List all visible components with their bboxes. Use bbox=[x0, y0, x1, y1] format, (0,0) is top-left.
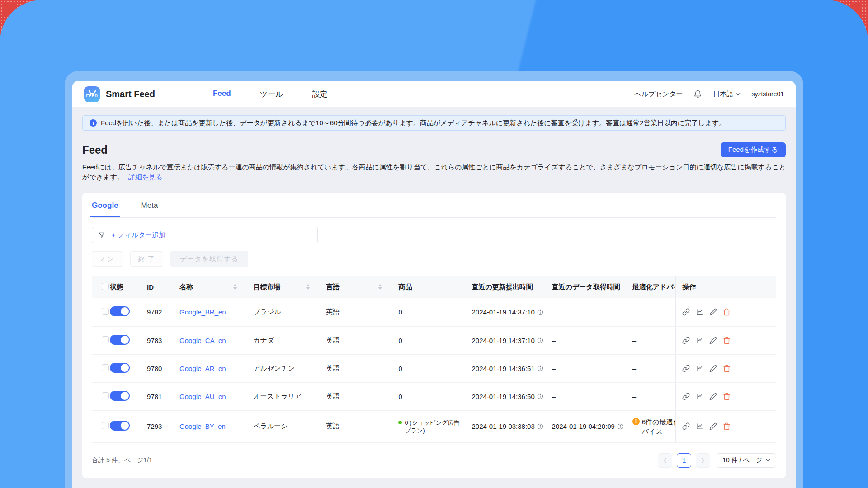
row-actions bbox=[682, 365, 772, 372]
link-action-icon[interactable] bbox=[682, 422, 690, 430]
page-number-button[interactable]: 1 bbox=[677, 453, 691, 468]
page-body: i Feedを開いた後、または商品を更新した後、データが更新されるまで10～60… bbox=[72, 107, 796, 478]
delete-action-icon[interactable] bbox=[723, 393, 731, 400]
header-right: ヘルプセンター 日本語 syztstore01 bbox=[634, 90, 784, 99]
link-action-icon[interactable] bbox=[682, 365, 690, 372]
create-feed-button[interactable]: Feedを作成する bbox=[721, 142, 786, 157]
details-link[interactable]: 詳細を見る bbox=[128, 173, 163, 181]
info-banner: i Feedを開いた後、または商品を更新した後、データが更新されるまで10～60… bbox=[82, 115, 786, 131]
last-fetch-time: 2024-01-19 04:20:09 bbox=[552, 422, 623, 430]
row-checkbox[interactable] bbox=[102, 336, 109, 343]
info-circle-icon[interactable] bbox=[617, 423, 623, 430]
title-row: Feed Feedを作成する bbox=[82, 142, 786, 157]
sort-control[interactable] bbox=[378, 284, 382, 290]
nav-item-1[interactable]: ツール bbox=[260, 89, 283, 99]
feed-id: 9783 bbox=[147, 326, 179, 354]
banner-text: Feedを開いた後、または商品を更新した後、データが更新されるまで10～60分間… bbox=[101, 119, 726, 127]
status-dot-icon bbox=[398, 421, 402, 424]
edit-action-icon[interactable] bbox=[709, 393, 717, 400]
tab-0[interactable]: Google bbox=[92, 200, 118, 217]
info-circle-icon[interactable] bbox=[537, 365, 543, 371]
chevron-down-icon bbox=[736, 93, 741, 96]
edit-action-icon[interactable] bbox=[709, 365, 717, 372]
row-actions bbox=[682, 308, 772, 316]
prev-page-button[interactable] bbox=[658, 453, 672, 468]
chevron-down-icon bbox=[766, 459, 770, 462]
row-checkbox[interactable] bbox=[102, 364, 109, 371]
feed-id: 7293 bbox=[147, 410, 179, 442]
products-cell: 0 (ショッピング広告プラン) bbox=[398, 419, 460, 434]
brand[interactable]: FEED Smart Feed bbox=[84, 86, 155, 102]
filter-bar[interactable]: + フィルター追加 bbox=[92, 227, 318, 243]
info-circle-icon[interactable] bbox=[537, 393, 543, 399]
chart-action-icon[interactable] bbox=[696, 337, 703, 344]
edit-action-icon[interactable] bbox=[709, 422, 717, 430]
feed-name-link[interactable]: Google_BR_en bbox=[179, 308, 226, 316]
row-checkbox[interactable] bbox=[102, 392, 109, 399]
sort-control[interactable] bbox=[233, 284, 237, 290]
table-row: 9783Google_CA_enカナダ英語02024-01-19 14:37:1… bbox=[92, 326, 776, 354]
info-icon: i bbox=[90, 119, 97, 127]
help-center-link[interactable]: ヘルプセンター bbox=[634, 90, 683, 99]
last-fetch-time: – bbox=[552, 337, 556, 344]
notification-bell-icon[interactable] bbox=[693, 90, 702, 99]
row-actions bbox=[682, 393, 772, 400]
chart-action-icon[interactable] bbox=[696, 393, 703, 400]
toggle-knob bbox=[121, 307, 129, 315]
status-toggle[interactable] bbox=[110, 391, 130, 401]
page-description: Feedには、広告チャネルで宣伝または販売する一連の商品の情報が集約されています… bbox=[82, 162, 786, 182]
status-toggle[interactable] bbox=[110, 306, 130, 316]
select-all-checkbox[interactable] bbox=[102, 283, 109, 290]
chart-action-icon[interactable] bbox=[696, 365, 703, 372]
products-cell: 0 bbox=[398, 326, 472, 354]
app-name: Smart Feed bbox=[106, 89, 155, 99]
chart-action-icon[interactable] bbox=[696, 422, 703, 430]
info-circle-icon[interactable] bbox=[537, 309, 543, 315]
feed-name-link[interactable]: Google_CA_en bbox=[179, 337, 226, 344]
advice-text: 6件の最適化アドバイス bbox=[642, 417, 676, 436]
chart-action-icon[interactable] bbox=[696, 308, 703, 316]
next-page-button[interactable] bbox=[696, 453, 710, 468]
add-filter-link[interactable]: + フィルター追加 bbox=[112, 231, 165, 239]
page-title: Feed bbox=[82, 144, 108, 156]
turn-on-button[interactable]: オン bbox=[92, 251, 123, 267]
table-row: 9782Google_BR_enブラジル英語02024-01-19 14:37:… bbox=[92, 298, 776, 326]
info-circle-icon[interactable] bbox=[537, 337, 543, 343]
link-action-icon[interactable] bbox=[682, 337, 690, 344]
table-footer: 合計 5 件、ページ1/1 1 bbox=[92, 443, 776, 478]
edit-action-icon[interactable] bbox=[709, 308, 717, 316]
link-action-icon[interactable] bbox=[682, 393, 690, 400]
delete-action-icon[interactable] bbox=[723, 365, 731, 372]
info-circle-icon[interactable] bbox=[537, 423, 543, 430]
link-action-icon[interactable] bbox=[682, 308, 690, 316]
nav-item-2[interactable]: 設定 bbox=[312, 89, 327, 99]
status-toggle[interactable] bbox=[110, 421, 130, 431]
status-toggle[interactable] bbox=[110, 363, 130, 373]
language-selector[interactable]: 日本語 bbox=[713, 90, 741, 99]
edit-action-icon[interactable] bbox=[709, 337, 717, 344]
page-size-select[interactable]: 10 件 / ページ bbox=[717, 453, 776, 468]
sort-control[interactable] bbox=[306, 284, 310, 290]
end-button[interactable]: 終 了 bbox=[130, 251, 163, 267]
feed-card: GoogleMeta + フィルター追加 オン 終 了 データを取得する bbox=[82, 193, 786, 478]
delete-action-icon[interactable] bbox=[723, 308, 731, 316]
status-toggle[interactable] bbox=[110, 335, 130, 345]
nav-item-0[interactable]: Feed bbox=[213, 89, 231, 99]
feed-name-link[interactable]: Google_BY_en bbox=[179, 422, 226, 430]
feed-id: 9781 bbox=[147, 382, 179, 410]
row-checkbox[interactable] bbox=[102, 308, 109, 315]
row-checkbox[interactable] bbox=[102, 422, 109, 429]
column-header-3: 目標市場 bbox=[253, 276, 326, 298]
chevron-right-icon bbox=[701, 458, 705, 463]
feed-name-link[interactable]: Google_AR_en bbox=[179, 365, 226, 372]
column-header-5: 商品 bbox=[398, 276, 472, 298]
tab-1[interactable]: Meta bbox=[141, 200, 158, 217]
fetch-data-button[interactable]: データを取得する bbox=[170, 251, 248, 267]
delete-action-icon[interactable] bbox=[723, 422, 731, 430]
username[interactable]: syztstore01 bbox=[751, 90, 784, 98]
delete-action-icon[interactable] bbox=[723, 337, 731, 344]
feed-id: 9782 bbox=[147, 298, 179, 326]
filter-funnel-icon bbox=[98, 231, 105, 239]
feed-name-link[interactable]: Google_AU_en bbox=[179, 393, 226, 400]
optimization-advice: – bbox=[632, 298, 676, 326]
